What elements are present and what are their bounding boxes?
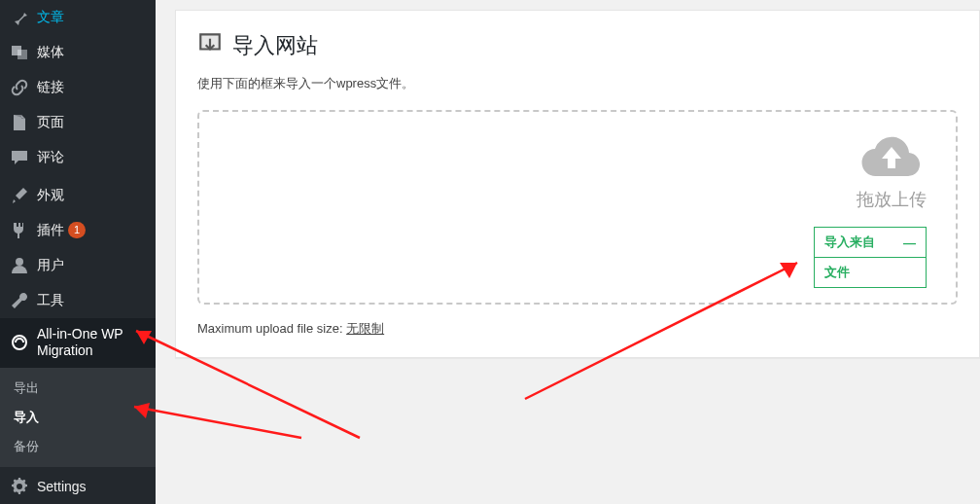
plugin-update-badge: 1 [68,222,86,238]
cog-icon [10,477,29,496]
sidebar-item-label: 链接 [37,79,64,96]
comment-icon [10,148,29,167]
svg-line-4 [134,407,301,438]
max-upload-prefix: Maximum upload file size: [197,321,346,336]
sidebar-item-tools[interactable]: 工具 [0,283,156,318]
media-icon [10,43,29,62]
sidebar-item-label: 用户 [37,257,64,274]
link-icon [10,78,29,97]
minus-icon: — [903,235,916,250]
page-title: 导入网站 [197,30,958,61]
sidebar-item-label: 页面 [37,114,64,131]
max-upload-line: Maximum upload file size: 无限制 [197,320,958,338]
import-panel: 导入网站 使用下面的框来导入一个wpress文件。 拖放上传 导入来自 — 文件 [175,10,980,358]
brush-icon [10,186,29,205]
import-from-dropdown: 导入来自 — 文件 [814,227,927,288]
submenu-import[interactable]: 导入 [0,403,156,432]
sidebar-item-label: 评论 [37,149,64,166]
pin-icon [10,8,29,27]
svg-point-0 [16,258,23,266]
submenu-backups[interactable]: 备份 [0,432,156,461]
sidebar-item-label: 文章 [37,9,64,26]
wrench-icon [10,291,29,310]
import-dropzone[interactable]: 拖放上传 导入来自 — 文件 [197,110,958,305]
admin-sidebar: 文章 媒体 链接 页面 评论 外观 插件 1 [0,0,156,504]
import-from-file[interactable]: 文件 [815,258,926,287]
sidebar-item-plugins[interactable]: 插件 1 [0,213,156,248]
max-upload-value: 无限制 [346,321,384,336]
sidebar-item-label: 工具 [37,292,64,309]
ai1wm-submenu: 导出 导入 备份 [0,368,156,467]
page-title-text: 导入网站 [232,31,318,60]
sidebar-item-ai1wm[interactable]: All-in-One WP Migration [0,318,156,368]
sidebar-item-media[interactable]: 媒体 [0,35,156,70]
dropzone-label: 拖放上传 [857,188,927,211]
sidebar-item-label: Settings [37,479,87,494]
sidebar-item-label: 媒体 [37,44,64,61]
plug-icon [10,221,29,240]
sidebar-item-comments[interactable]: 评论 [0,140,156,175]
sidebar-item-label: 插件 [37,222,64,239]
page-description: 使用下面的框来导入一个wpress文件。 [197,75,958,92]
sidebar-item-settings[interactable]: Settings [0,469,156,504]
main-content: 导入网站 使用下面的框来导入一个wpress文件。 拖放上传 导入来自 — 文件 [156,0,980,504]
sidebar-item-links[interactable]: 链接 [0,70,156,105]
import-title-icon [197,30,223,61]
page-icon [10,113,29,132]
sidebar-item-label: 外观 [37,187,64,204]
sidebar-item-pages[interactable]: 页面 [0,105,156,140]
cloud-upload-icon [857,133,927,184]
migration-icon [10,333,29,352]
user-icon [10,256,29,275]
import-from-label: 导入来自 [824,234,875,251]
import-from-toggle[interactable]: 导入来自 — [815,228,926,258]
sidebar-item-posts[interactable]: 文章 [0,0,156,35]
sidebar-item-users[interactable]: 用户 [0,248,156,283]
sidebar-item-appearance[interactable]: 外观 [0,178,156,213]
submenu-export[interactable]: 导出 [0,374,156,403]
sidebar-item-label: All-in-One WP Migration [37,326,146,360]
